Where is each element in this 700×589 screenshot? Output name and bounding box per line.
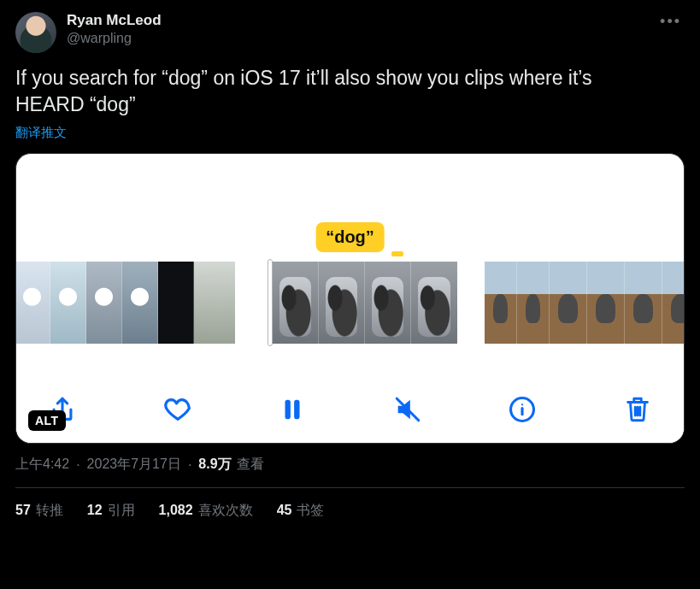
trash-icon <box>623 395 652 424</box>
info-button[interactable] <box>507 394 538 425</box>
delete-button[interactable] <box>622 394 653 425</box>
search-term-tooltip: “dog” <box>315 222 385 252</box>
tweet-date[interactable]: 2023年7月17日 <box>87 456 181 474</box>
display-name: Ryan McLeod <box>67 12 162 29</box>
svg-point-3 <box>521 403 523 405</box>
more-menu-button[interactable]: ••• <box>656 12 685 31</box>
tweet-meta: 上午4:42 · 2023年7月17日 · 8.9万 查看 <box>15 456 685 474</box>
clip-group-2[interactable] <box>262 262 457 344</box>
ios-media-toolbar <box>16 376 684 443</box>
alt-badge[interactable]: ALT <box>28 410 66 431</box>
tweet-time[interactable]: 上午4:42 <box>15 456 69 474</box>
avatar[interactable] <box>15 12 56 53</box>
video-timeline[interactable] <box>16 262 684 344</box>
pause-icon <box>278 395 307 424</box>
engagement-stats: 57转推 12引用 1,082喜欢次数 45书签 <box>15 488 685 520</box>
mute-button[interactable] <box>392 394 423 425</box>
bookmarks-stat[interactable]: 45书签 <box>277 502 325 520</box>
user-block[interactable]: Ryan McLeod @warpling <box>67 12 162 46</box>
heart-icon <box>163 395 192 424</box>
views-label: 查看 <box>237 456 264 474</box>
tweet-header: Ryan McLeod @warpling ••• <box>15 12 685 53</box>
like-button[interactable] <box>162 394 193 425</box>
tweet-text: If you search for “dog” on iOS 17 it’ll … <box>15 65 665 118</box>
clip-group-3[interactable] <box>485 262 685 344</box>
retweets-stat[interactable]: 57转推 <box>15 502 63 520</box>
media-card[interactable]: “dog” <box>15 153 685 444</box>
tooltip-marker <box>391 251 403 256</box>
svg-rect-1 <box>294 400 299 420</box>
quotes-stat[interactable]: 12引用 <box>87 502 135 520</box>
user-handle: @warpling <box>67 31 162 46</box>
svg-rect-0 <box>285 400 291 420</box>
views-count: 8.9万 <box>198 456 231 474</box>
translate-link[interactable]: 翻译推文 <box>15 125 685 141</box>
speaker-muted-icon <box>393 395 422 424</box>
pause-button[interactable] <box>277 394 308 425</box>
likes-stat[interactable]: 1,082喜欢次数 <box>159 502 253 520</box>
clip-group-1[interactable] <box>15 262 235 344</box>
tweet-container: Ryan McLeod @warpling ••• If you search … <box>0 0 700 520</box>
info-icon <box>508 395 537 424</box>
